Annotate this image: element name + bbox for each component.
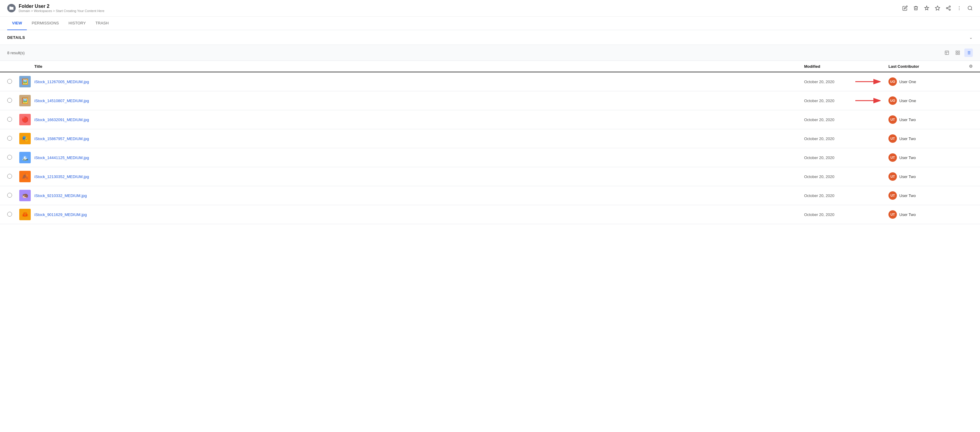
row-checkbox-5[interactable] [7,174,19,180]
row-thumbnail-1: 🖼️ [19,95,34,106]
contributor-name-3: User Two [899,137,916,141]
row-checkbox-0[interactable] [7,79,19,84]
row-thumbnail-2: 🔴 [19,114,34,125]
row-modified-7: October 20, 2020 [804,212,888,217]
folder-icon [7,4,16,12]
details-collapse-icon[interactable]: ⌄ [969,35,973,40]
star-icon[interactable] [935,5,940,11]
row-modified-5: October 20, 2020 [804,174,888,179]
contributor-avatar-7: UT [888,210,897,219]
contributor-name-7: User Two [899,212,916,217]
contributor-name-0: User One [899,80,916,84]
svg-line-4 [948,8,949,10]
contributor-avatar-2: UT [888,115,897,124]
svg-point-6 [959,6,959,7]
row-contributor-4: UT User Two [888,153,973,162]
list-view-toggle[interactable] [964,48,973,57]
header: Folder User 2 Domain > Workspaces > Star… [0,0,980,17]
red-arrow-indicator [855,96,883,105]
table-row: 🏔️ iStock_14441125_MEDIUM.jpg October 20… [0,148,980,167]
delete-icon[interactable] [913,5,919,11]
edit-icon[interactable] [902,5,908,11]
svg-line-10 [971,9,972,10]
tab-permissions[interactable]: PERMISSIONS [27,17,64,30]
row-title-7[interactable]: iStock_9011629_MEDIUM.jpg [34,212,804,217]
row-checkbox-4[interactable] [7,155,19,161]
row-thumbnail-6: 🦔 [19,190,34,201]
svg-point-3 [949,9,950,11]
row-title-6[interactable]: iStock_9210332_MEDIUM.jpg [34,193,804,198]
contributor-avatar-0: UO [888,77,897,86]
csv-view-toggle[interactable] [943,48,951,57]
svg-rect-15 [958,53,959,54]
pin-icon[interactable] [924,5,929,11]
row-thumbnail-5: 🍂 [19,171,34,182]
contributor-avatar-3: UT [888,134,897,143]
contributor-label: Last Contributor [888,64,919,69]
header-left: Folder User 2 Domain > Workspaces > Star… [7,3,105,13]
row-title-0[interactable]: iStock_11267005_MEDIUM.jpg [34,80,804,84]
row-title-4[interactable]: iStock_14441125_MEDIUM.jpg [34,155,804,160]
tab-trash[interactable]: TRASH [91,17,113,30]
contributor-avatar-5: UT [888,172,897,181]
contributor-avatar-1: UO [888,96,897,105]
svg-point-8 [959,10,959,10]
header-actions [902,5,973,11]
row-thumbnail-4: 🏔️ [19,152,34,163]
svg-rect-12 [956,51,958,53]
row-title-3[interactable]: iStock_15867957_MEDIUM.jpg [34,137,804,141]
contributor-avatar-6: UT [888,191,897,200]
row-checkbox-6[interactable] [7,193,19,199]
results-bar: 8 result(s) [0,45,980,61]
row-contributor-3: UT User Two [888,134,973,143]
row-contributor-0: UO User One [888,77,973,86]
details-title: DETAILS [7,35,25,40]
svg-point-1 [949,6,950,8]
contributor-name-1: User One [899,99,916,103]
search-icon[interactable] [967,5,973,11]
row-checkbox-2[interactable] [7,117,19,123]
results-count: 8 result(s) [7,51,25,55]
svg-point-2 [946,8,948,9]
row-thumbnail-3: 🎭 [19,133,34,144]
red-arrow-indicator [855,77,883,86]
row-checkbox-1[interactable] [7,98,19,104]
row-title-2[interactable]: iStock_16632091_MEDIUM.jpg [34,118,804,122]
tab-history[interactable]: HISTORY [64,17,91,30]
table-body: 🖼️ iStock_11267005_MEDIUM.jpg October 20… [0,72,980,224]
share-icon[interactable] [946,5,951,11]
header-modified-col[interactable]: Modified [804,64,888,69]
row-contributor-5: UT User Two [888,172,973,181]
row-modified-4: October 20, 2020 [804,155,888,160]
svg-rect-13 [958,51,959,53]
tab-view[interactable]: VIEW [7,17,27,30]
svg-point-7 [959,8,959,8]
svg-point-9 [968,6,972,10]
column-settings-icon[interactable]: ⚙ [969,64,973,69]
row-thumbnail-7: 🦀 [19,209,34,220]
svg-rect-11 [945,51,949,54]
row-title-5[interactable]: iStock_12130352_MEDIUM.jpg [34,174,804,179]
row-modified-3: October 20, 2020 [804,137,888,141]
row-checkbox-3[interactable] [7,136,19,142]
grid-view-toggle[interactable] [953,48,962,57]
row-contributor-6: UT User Two [888,191,973,200]
table-row: 🦔 iStock_9210332_MEDIUM.jpg October 20, … [0,186,980,205]
row-title-1[interactable]: iStock_14510807_MEDIUM.jpg [34,99,804,103]
table-header: Title Modified Last Contributor ⚙ [0,61,980,72]
contributor-name-2: User Two [899,118,916,122]
view-toggles [943,48,973,57]
more-icon[interactable] [956,5,962,11]
details-section: DETAILS ⌄ [0,30,980,45]
table-row: 🦀 iStock_9011629_MEDIUM.jpg October 20, … [0,205,980,224]
table-row: 🍂 iStock_12130352_MEDIUM.jpg October 20,… [0,167,980,186]
table-row: 🔴 iStock_16632091_MEDIUM.jpg October 20,… [0,110,980,129]
row-thumbnail-0: 🖼️ [19,76,34,88]
header-title-col[interactable]: Title [34,64,804,69]
row-contributor-2: UT User Two [888,115,973,124]
svg-rect-14 [956,53,958,54]
svg-line-5 [948,7,949,8]
tabs-bar: VIEW PERMISSIONS HISTORY TRASH [0,17,980,30]
contributor-name-6: User Two [899,193,916,198]
row-checkbox-7[interactable] [7,212,19,217]
